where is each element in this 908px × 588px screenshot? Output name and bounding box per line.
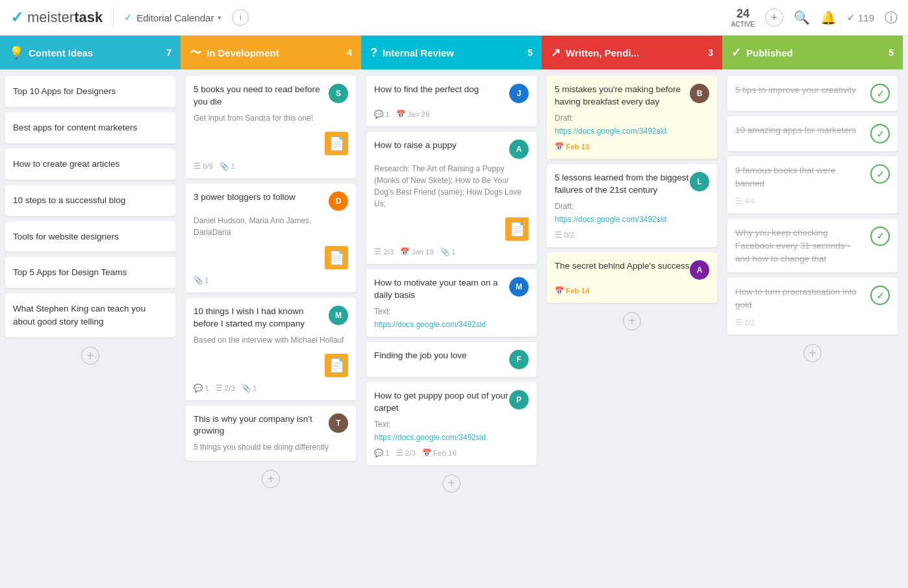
col-content-internal-review: How to find the perfect dog J 💬 1📅 Jan 2… <box>361 69 542 588</box>
list-item[interactable]: This is why your company isn't growing T… <box>186 406 356 461</box>
col-content-in-development: 5 books you need to read before you die … <box>181 69 361 588</box>
card-date: 📅 Jan 19 <box>400 247 434 256</box>
col-icon-in-development: 〜 <box>190 45 201 60</box>
card-title: 10 things I wish I had known before I st… <box>194 306 329 330</box>
list-item[interactable]: Top 10 Apps for Designers <box>5 76 175 107</box>
list-item[interactable]: 5 mistakes you're making before having b… <box>547 76 717 159</box>
card-header: The secret behind Apple's success A <box>555 260 709 280</box>
completed-check-icon: ✓ <box>847 12 855 23</box>
card-title: 5 lessons learned from the biggest failu… <box>555 172 690 197</box>
card-link: https://docs.google.com/3492sld <box>374 433 529 442</box>
list-item[interactable]: 10 things I wish I had known before I st… <box>186 298 356 400</box>
avatar: A <box>690 260 709 280</box>
list-item[interactable]: How to turn procrastination into gold ☰ … <box>727 278 898 335</box>
search-icon[interactable]: 🔍 <box>794 10 810 25</box>
add-icon[interactable]: + <box>765 8 783 27</box>
alert-icon[interactable]: ⓘ <box>885 9 898 27</box>
list-item[interactable]: What Stephen King can teach you about go… <box>5 293 175 337</box>
card-desc: Daniel Hudson, Maria Ann James, DariaDar… <box>194 215 348 238</box>
card-meta: 💬 1☰ 2/3📅 Feb 16 <box>374 448 529 458</box>
list-item[interactable]: Top 5 Apps for Design Teams <box>5 257 175 288</box>
active-badge[interactable]: 24 ACTIVE <box>731 7 755 28</box>
logo-check-icon: ✓ <box>10 8 23 27</box>
logo-task: task <box>74 9 103 25</box>
col-content-written-pending: 5 mistakes you're making before having b… <box>542 69 722 588</box>
card-meta: 💬 1📅 Jan 26 <box>374 110 529 119</box>
col-title-published: Published <box>746 47 883 58</box>
list-item[interactable]: 3 power bloggers to follow D Daniel Huds… <box>186 184 356 293</box>
card-title: How to get puppy poop out of your carpet <box>374 390 509 415</box>
list-item[interactable]: How to motivate your team on a daily bas… <box>366 269 536 337</box>
card-desc: Draft: <box>555 112 709 124</box>
card-title: Finding the job you love <box>374 350 467 362</box>
list-item[interactable]: Why you keep checking Facebook every 31 … <box>727 219 898 273</box>
done-check-icon: ✓ <box>870 227 890 246</box>
col-icon-content-ideas: 💡 <box>9 45 23 60</box>
col-icon-published: ✓ <box>731 45 741 60</box>
card-title: Top 5 Apps for Design Teams <box>13 267 127 277</box>
card-meta: 💬 1☰ 2/3📎 1 <box>194 384 348 393</box>
card-title: 3 power bloggers to follow <box>194 191 296 204</box>
info-button[interactable]: i <box>232 9 249 26</box>
add-card-button-written-pending[interactable]: + <box>623 312 641 330</box>
active-count: 24 <box>737 7 750 21</box>
card-desc: Draft: <box>555 201 709 212</box>
list-item[interactable]: Tools for website designers <box>5 221 175 252</box>
avatar: L <box>690 172 709 191</box>
col-title-written-pending: Written, Pendi... <box>566 47 703 58</box>
list-item[interactable]: How to find the perfect dog J 💬 1📅 Jan 2… <box>366 76 536 127</box>
card-title: 5 mistakes you're making before having b… <box>555 84 690 108</box>
card-link: https://docs.google.com/3492sld <box>555 215 709 224</box>
card-title: How to find the perfect dog <box>374 84 479 96</box>
col-icon-internal-review: ? <box>370 46 377 60</box>
card-desc: Based on the interview with Michael Holl… <box>194 334 348 346</box>
list-item[interactable]: How to create great articles <box>5 149 175 180</box>
card-checklist: ☰ 0/5 <box>194 162 213 171</box>
col-count-internal-review: 5 <box>527 47 533 58</box>
card-title: Best apps for content marketers <box>13 123 137 132</box>
col-content-published: 5 tips to improve your creativity ✓ 10 a… <box>722 69 903 588</box>
list-item[interactable]: 9 famous books that were banned ☰ 4/4 ✓ <box>727 156 898 214</box>
list-item[interactable]: How to get puppy poop out of your carpet… <box>366 382 536 465</box>
doc-icon: 📄 <box>325 132 348 155</box>
done-check-icon: ✓ <box>870 164 890 184</box>
card-comment: 💬 1 <box>194 384 209 393</box>
list-item[interactable]: 10 steps to a successful blog <box>5 185 175 216</box>
add-card-button-internal-review[interactable]: + <box>442 474 460 493</box>
topbar-divider <box>113 8 114 27</box>
card-desc: 5 things you should be doing differently <box>194 441 348 453</box>
card-header: This is why your company isn't growing T <box>194 413 348 438</box>
card-header: How to raise a puppy A <box>374 140 529 159</box>
card-header: How to get puppy poop out of your carpet… <box>374 390 529 415</box>
avatar: D <box>329 191 348 211</box>
bell-icon[interactable]: 🔔 <box>820 10 837 25</box>
list-item[interactable]: Best apps for content marketers <box>5 112 175 143</box>
card-body: Why you keep checking Facebook every 31 … <box>735 227 865 265</box>
card-link: https://docs.google.com/3492sld <box>555 127 709 136</box>
avatar: M <box>329 306 348 325</box>
list-item[interactable]: Finding the job you love F <box>366 342 536 377</box>
card-title: How to raise a puppy <box>374 140 457 152</box>
list-item[interactable]: 5 tips to improve your creativity ✓ <box>727 76 898 111</box>
add-card-button-content-ideas[interactable]: + <box>81 347 99 365</box>
list-item[interactable]: 10 amazing apps for marketers ✓ <box>727 116 898 151</box>
doc-icon: 📄 <box>505 217 529 241</box>
list-item[interactable]: How to raise a puppy A Research: The Art… <box>366 132 536 264</box>
card-comment: 💬 1 <box>374 448 390 458</box>
list-item[interactable]: 5 books you need to read before you die … <box>186 76 356 178</box>
col-header-in-development: 〜 In Development 4 <box>181 36 361 69</box>
card-attach: 📎 1 <box>220 162 235 171</box>
add-card-button-published[interactable]: + <box>803 344 822 362</box>
card-title: What Stephen King can teach you about go… <box>13 304 145 326</box>
card-title: Top 10 Apps for Designers <box>13 86 116 96</box>
add-card-button-in-development[interactable]: + <box>262 470 280 488</box>
column-in-development: 〜 In Development 4 5 books you need to r… <box>181 36 361 588</box>
list-item[interactable]: 5 lessons learned from the biggest failu… <box>547 164 717 247</box>
list-item[interactable]: The secret behind Apple's success A 📅 Fe… <box>547 252 717 303</box>
card-title: 9 famous books that were banned <box>735 165 836 188</box>
project-name[interactable]: ✓ Editorial Calendar ▾ <box>124 12 221 23</box>
completed-badge[interactable]: ✓ 119 <box>847 12 874 23</box>
card-checklist: ☰ 2/3 <box>216 384 235 393</box>
avatar: M <box>509 277 529 297</box>
card-header: 10 things I wish I had known before I st… <box>194 306 348 330</box>
